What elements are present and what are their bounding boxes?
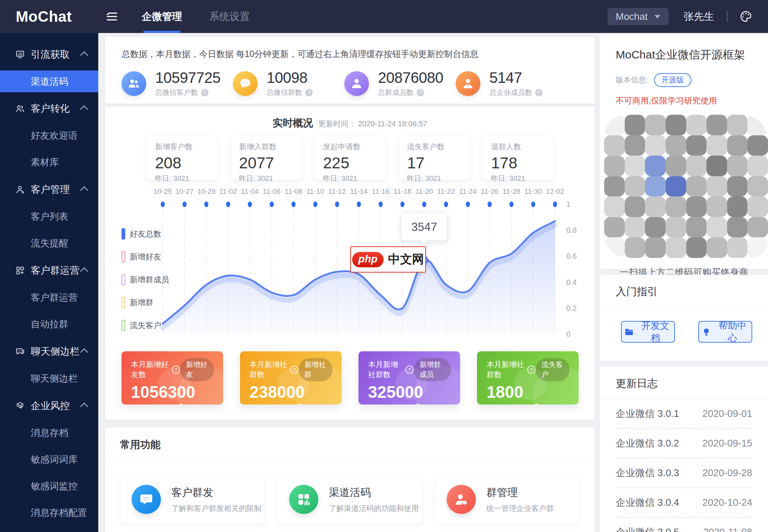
legend-item[interactable]: 新增好友 [122, 251, 169, 262]
svg-text:3547: 3547 [411, 220, 437, 234]
svg-text:11-16: 11-16 [372, 187, 390, 195]
realtime-title: 实时概况 [273, 116, 313, 130]
chevron-up-icon [80, 403, 88, 411]
chevron-up-icon [80, 267, 88, 275]
top-nav-tab[interactable]: 企微管理 [142, 0, 182, 33]
sidebar-item[interactable]: 引流获取 [0, 40, 98, 68]
sidebar-item[interactable]: 客户转化 [0, 94, 98, 122]
stat-value: 10098 [267, 70, 313, 85]
help-icon[interactable] [535, 89, 543, 96]
sidebar-item-label: 素材库 [31, 156, 59, 168]
feature-description: 了解渠道活码的功能和使用 [329, 504, 419, 514]
sidebar-item-label: 聊天侧边栏 [31, 372, 78, 385]
sidebar-item[interactable]: 好友欢迎语 [0, 122, 98, 149]
month-card-label: 本月新增社群数 [250, 360, 288, 380]
month-card-value: 325000 [368, 383, 451, 402]
realtime-mini-card: 退群人数 178 昨日: 3021 [483, 136, 553, 180]
legend-label: 新增群成员 [130, 274, 169, 285]
chart-legend: 好友总数 新增好友 新增群成员 新增群 [122, 228, 169, 331]
sidebar-item-label: 敏感词监控 [31, 480, 78, 492]
month-card: 本月新增好友数 新增好友 1056300 上月累计新增 9650000 [122, 351, 223, 405]
changelog-date: 2020-11-08 [703, 526, 752, 532]
mini-card-label: 新增入群数 [239, 142, 301, 152]
help-icon[interactable] [296, 404, 304, 405]
user-name[interactable]: 张先生 [684, 10, 714, 23]
feature-card[interactable]: 群管理 统一管理企业客户群 [435, 475, 580, 524]
svg-text:11-06: 11-06 [263, 187, 280, 195]
sidebar-item[interactable]: 客户列表 [0, 203, 98, 230]
feature-card[interactable]: 客户群发 了解和客户群发相关的限制 [120, 475, 265, 524]
help-icon[interactable] [405, 366, 414, 374]
sidebar-item[interactable]: 消息存档 [0, 420, 98, 446]
help-icon[interactable] [305, 89, 313, 96]
month-card-sub-label: 上月累计新增 [250, 403, 292, 405]
layers-icon [15, 401, 25, 411]
changelog-entry: 企业微信 3.0.1 2020-09-01 [616, 399, 752, 429]
legend-item[interactable]: 新增群 [122, 297, 169, 308]
sidebar-item[interactable]: 聊天侧边栏 [0, 365, 98, 392]
sidebar-item[interactable]: 流失提醒 [0, 230, 98, 256]
help-icon[interactable] [527, 366, 536, 374]
sidebar-item-label: 自动拉群 [31, 318, 68, 330]
guide-section: 入门指引 开发文档 帮助中心 [600, 275, 768, 361]
top-nav-tab[interactable]: 系统设置 [209, 0, 250, 33]
topbar-divider [727, 11, 728, 22]
collapse-menu-icon[interactable] [105, 11, 118, 22]
grid-icon [15, 265, 25, 276]
sidebar-item[interactable]: 素材库 [0, 149, 98, 175]
month-card: 本月新增社群数 新增群成员 325000 上月累计新增 126600 [358, 351, 460, 405]
people-icon [122, 71, 146, 96]
sidebar-item-label: 引流获取 [31, 48, 70, 61]
legend-swatch [122, 274, 125, 285]
legend-label: 新增好友 [130, 252, 161, 262]
common-functions-title: 常用功能 [105, 427, 595, 461]
sidebar-item[interactable]: 聊天侧边栏 [0, 337, 98, 365]
svg-text:0.4: 0.4 [566, 278, 577, 286]
feature-title: 群管理 [486, 486, 554, 500]
feature-card[interactable]: 渠道活码 了解渠道活码的功能和使用 [278, 475, 422, 524]
svg-text:12-02: 12-02 [546, 187, 564, 195]
feature-description: 了解和客户群发相关的限制 [171, 504, 261, 514]
month-card-sub-label: 上月累计新增 [487, 403, 530, 405]
sidebar-item[interactable]: 敏感词词库 [0, 446, 98, 473]
sidebar-item[interactable]: 敏感词监控 [0, 473, 98, 499]
sidebar-item[interactable]: 客户管理 [0, 175, 98, 203]
sidebar-item[interactable]: 自动拉群 [0, 311, 98, 337]
chevron-down-icon [654, 15, 660, 18]
help-icon[interactable] [172, 366, 180, 374]
help-icon[interactable] [414, 404, 422, 405]
mini-card-value: 2077 [239, 154, 301, 172]
update-time-value: 2020-11-24 18:06:57 [358, 120, 427, 128]
svg-text:11-22: 11-22 [437, 187, 455, 195]
chevron-up-icon [80, 105, 88, 113]
sidebar-item-label: 客户群运营 [31, 291, 78, 304]
user-gear-icon [447, 485, 476, 514]
sidebar-item[interactable]: 渠道活码 [0, 70, 98, 92]
legend-item[interactable]: 新增群成员 [122, 274, 169, 285]
svg-text:11-14: 11-14 [350, 187, 368, 195]
help-icon[interactable] [532, 404, 541, 405]
guide-button[interactable]: 开发文档 [621, 321, 675, 343]
realtime-card: 实时概况 更新时间： 2020-11-24 18:06:57 新增客户数 208… [105, 106, 595, 420]
trend-chart: 10-2510-2710-2911-0211-0411-0611-0811-10… [121, 180, 579, 341]
sidebar-item[interactable]: 消息存档配置 [0, 499, 98, 526]
sidebar-item[interactable]: 客户群运营 [0, 284, 98, 311]
feature-title: 渠道活码 [329, 486, 419, 500]
month-card-value: 238000 [250, 383, 333, 402]
legend-item[interactable]: 流失客户 [122, 320, 169, 331]
help-icon[interactable] [417, 89, 424, 96]
help-icon[interactable] [290, 366, 298, 374]
feature-title: 客户群发 [171, 486, 261, 500]
sidebar-item[interactable]: 客户群运营 [0, 256, 98, 284]
topbar: MoChat 企微管理 系统设置 Mochat 张先生 [0, 0, 768, 33]
org-selector-dropdown[interactable]: Mochat [608, 8, 669, 25]
guide-button[interactable]: 帮助中心 [698, 321, 752, 343]
help-icon[interactable] [177, 404, 185, 405]
svg-text:10-27: 10-27 [176, 187, 194, 195]
help-icon[interactable] [201, 89, 208, 96]
sidebar-item[interactable]: 企业风控 [0, 392, 98, 420]
feature-cards: 客户群发 了解和客户群发相关的限制 渠道活码 了解渠道活码的功能和使用 [105, 461, 595, 532]
theme-palette-icon[interactable] [739, 9, 753, 24]
license-warning: 不可商用,仅限学习研究使用 [616, 95, 752, 106]
legend-item[interactable]: 好友总数 [122, 228, 169, 240]
